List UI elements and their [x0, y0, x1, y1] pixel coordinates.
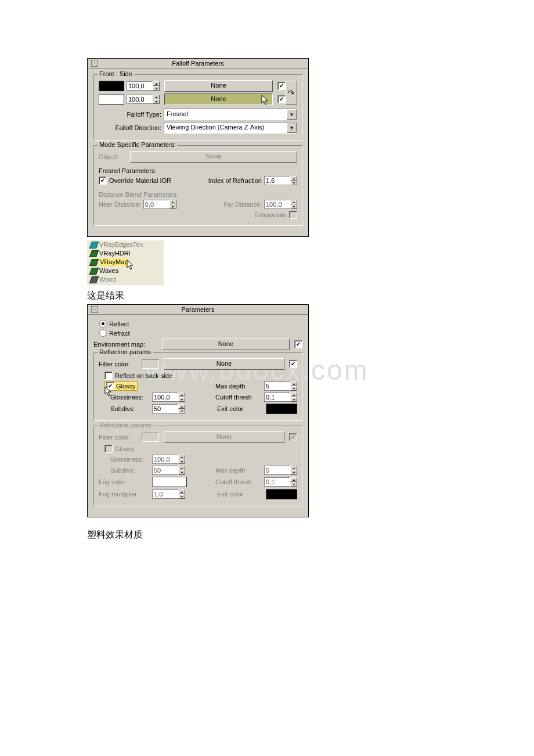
spinner-down-icon[interactable]: ▾ — [153, 86, 160, 91]
override-ior-label: Override Material IOR — [109, 177, 171, 184]
fog-mult-spinner: ▴▾ — [152, 489, 185, 499]
spinner-down-icon[interactable]: ▾ — [290, 181, 297, 185]
falloff-dir-label: Falloff Direction: — [99, 124, 161, 131]
override-ior-checkbox[interactable]: ✔ — [99, 177, 107, 185]
rollout-title: Falloff Parameters — [172, 60, 224, 67]
front-amount-spinner[interactable]: ▴▾ — [127, 81, 160, 91]
spinner-up-icon[interactable]: ▴ — [178, 393, 185, 397]
spinner-up-icon[interactable]: ▴ — [290, 176, 297, 181]
spinner-up-icon: ▴ — [178, 489, 185, 494]
front-enable-checkbox[interactable]: ✔ — [277, 82, 286, 90]
spinner-down-icon[interactable]: ▾ — [153, 99, 160, 104]
spinner-up-icon: ▴ — [290, 200, 297, 204]
color-swatch-front[interactable] — [99, 81, 124, 91]
list-item[interactable]: VRayHDRI — [91, 249, 160, 258]
spinner-down-icon: ▾ — [290, 482, 297, 487]
exit-color-swatch[interactable] — [266, 404, 297, 414]
r-max-depth-input — [264, 466, 290, 475]
list-item[interactable]: VRayMap — [91, 258, 160, 267]
group-mode-specific: Mode Specific Parameters: — [98, 141, 178, 148]
glossy-checkbox[interactable]: ✔ — [106, 382, 114, 390]
side-amount-spinner[interactable]: ▴▾ — [127, 95, 160, 104]
color-swatch-side[interactable] — [99, 94, 124, 105]
spinner-up-icon[interactable]: ▴ — [178, 404, 185, 409]
r-glossiness-spinner: ▴▾ — [152, 455, 185, 464]
group-reflection: Reflection params — [98, 348, 153, 355]
caption-plastic: 塑料效果材质 — [87, 529, 534, 541]
collapse-icon[interactable]: - — [91, 306, 98, 313]
cutoff-spinner[interactable]: ▴▾ — [264, 393, 297, 402]
spinner-up-icon[interactable]: ▴ — [290, 381, 297, 386]
dist-blend-label: Distance Blend Parameters: — [99, 191, 297, 198]
chevron-down-icon[interactable]: ▼ — [287, 123, 297, 133]
list-item[interactable]: VRayEdgesTex — [91, 240, 160, 249]
filter-map-checkbox[interactable]: ✔ — [289, 360, 297, 368]
spinner-down-icon[interactable]: ▾ — [178, 409, 185, 413]
caption-result: 这是结果 — [87, 290, 534, 302]
swap-button[interactable]: ↷ — [286, 81, 297, 105]
material-browser: VRayEdgesTex VRayHDRI VRayMap Waves Wood — [87, 240, 164, 285]
filter-color-swatch[interactable] — [142, 359, 159, 369]
filter-map-button[interactable]: None — [164, 358, 284, 370]
spinner-up-icon[interactable]: ▴ — [153, 81, 160, 86]
env-map-button[interactable]: None — [162, 339, 290, 350]
r-glossy-label: Glossy — [115, 445, 135, 452]
collapse-icon[interactable]: - — [91, 60, 98, 67]
rollout-header[interactable]: - Falloff Parameters — [88, 59, 308, 69]
spinner-down-icon[interactable]: ▾ — [290, 386, 297, 391]
cutoff-label: Cutoff thresh — [215, 394, 262, 401]
r-cutoff-label: Cutoff thresh — [215, 478, 262, 485]
side-map-button[interactable]: None — [164, 93, 273, 105]
refract-radio[interactable] — [99, 329, 107, 337]
r-glossiness-label: Glossiness: — [110, 456, 150, 463]
chevron-down-icon[interactable]: ▼ — [287, 109, 297, 120]
group-refraction: Refraction params — [98, 422, 153, 429]
spinner-up-icon[interactable]: ▴ — [153, 95, 160, 99]
glossiness-label: Glossiness: — [110, 394, 150, 401]
r-exit-color-label: Exit color — [217, 491, 264, 498]
r-max-depth-spinner: ▴▾ — [264, 466, 297, 475]
r-filter-color-label: Filter color: — [99, 434, 139, 441]
env-map-label: Environment map: — [93, 341, 157, 348]
spinner-up-icon[interactable]: ▴ — [290, 393, 297, 397]
max-depth-input[interactable] — [264, 381, 290, 391]
subdivs-input[interactable] — [152, 404, 178, 413]
falloff-type-label: Falloff Type: — [99, 111, 161, 118]
list-item[interactable]: Wood — [91, 275, 160, 284]
cutoff-input[interactable] — [264, 393, 290, 402]
glossiness-input[interactable] — [152, 393, 178, 402]
falloff-type-dropdown[interactable]: Fresnel ▼ — [164, 109, 297, 120]
spinner-up-icon: ▴ — [178, 455, 185, 459]
falloff-dir-dropdown[interactable]: Viewing Direction (Camera Z-Axis) ▼ — [164, 122, 297, 134]
ior-spinner[interactable]: ▴▾ — [264, 176, 297, 185]
front-map-button[interactable]: None — [164, 80, 273, 92]
subdivs-label: Subdivs: — [110, 405, 150, 412]
far-distance-input — [264, 200, 290, 209]
reflect-radio[interactable] — [99, 320, 107, 327]
subdivs-spinner[interactable]: ▴▾ — [152, 404, 185, 413]
r-subdivs-input — [152, 466, 178, 475]
reflect-back-checkbox[interactable] — [104, 372, 113, 380]
env-map-checkbox[interactable]: ✔ — [294, 340, 302, 348]
r-filter-map-checkbox: ✔ — [289, 433, 297, 441]
max-depth-spinner[interactable]: ▴▾ — [264, 381, 297, 391]
rollout-title: Parameters — [182, 306, 215, 313]
spinner-down-icon: ▾ — [178, 494, 185, 499]
spinner-up-icon: ▴ — [178, 466, 185, 470]
spinner-down-icon[interactable]: ▾ — [290, 397, 297, 402]
fog-color-label: Fog color — [99, 478, 150, 485]
exit-color-label: Exit color — [217, 405, 264, 412]
spinner-down-icon: ▾ — [169, 204, 176, 209]
list-item[interactable]: Waves — [91, 267, 160, 275]
r-max-depth-label: Max depth — [215, 467, 262, 474]
side-amount-input[interactable] — [127, 95, 153, 104]
spinner-down-icon: ▾ — [290, 470, 297, 475]
glossiness-spinner[interactable]: ▴▾ — [152, 393, 185, 402]
rollout-header[interactable]: - Parameters — [88, 305, 308, 315]
group-front-side: Front : Side — [98, 70, 134, 77]
spinner-down-icon[interactable]: ▾ — [178, 397, 185, 402]
side-enable-checkbox[interactable]: ✔ — [277, 95, 286, 103]
front-amount-input[interactable] — [127, 81, 153, 91]
refract-label: Refract — [109, 330, 129, 337]
ior-input[interactable] — [264, 176, 290, 185]
